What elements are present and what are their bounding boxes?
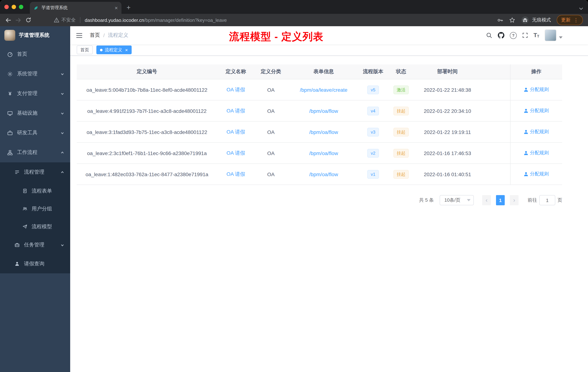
sidebar-item-workflow[interactable]: 工作流程 [0,143,70,162]
sidebar-item-task-mgmt[interactable]: 任务管理 [0,236,70,254]
definition-table: 定义编号 定义名称 定义分类 表单信息 流程版本 状态 部署时间 操作 [77,65,562,185]
sidebar-item-process-mgmt[interactable]: 流程管理 [0,162,70,182]
dashboard-icon [7,52,13,57]
definition-name-link[interactable]: OA 请假 [227,150,245,156]
next-page-button[interactable]: › [510,195,519,205]
sidebar-item-dev-tools[interactable]: 研发工具 [0,123,70,143]
deploy-time: 2022-01-16 17:46:53 [416,142,479,164]
menu-dots-icon[interactable]: ⋮ [573,17,578,22]
tab-search-chevron-icon[interactable] [579,5,583,12]
form-link[interactable]: /bpm/oa/flow [309,171,338,177]
brand-title: 芋道管理系统 [19,32,50,39]
goto-label: 前往 [528,197,537,203]
avatar[interactable] [545,30,556,41]
url-text[interactable]: dashboard.yudao.iocoder.cn/bpm/manager/d… [85,17,227,23]
search-icon[interactable] [486,32,492,38]
assign-rule-link[interactable]: 分配规则 [524,87,549,93]
table-row: oa_leave:4:991f2193-7b7f-11ec-a3c8-acde4… [77,100,562,121]
user-icon [524,151,529,155]
breadcrumb-home[interactable]: 首页 [90,32,100,39]
sidebar: 芋道管理系统 首页 系统管理 ¥ 支付管理 基础设施 [0,26,70,372]
filler-cell [479,79,510,100]
definition-category: OA [254,164,287,185]
form-link[interactable]: /bpm/oa/flow [309,108,338,114]
address-bar[interactable]: 不安全 dashboard.yudao.iocoder.cn/bpm/manag… [54,17,227,23]
page-size-select[interactable]: 10条/页 [440,195,474,205]
password-key-icon[interactable] [497,17,503,23]
help-icon[interactable]: ? [510,32,517,39]
chevron-down-icon [60,72,64,76]
col-definition-id: 定义编号 [77,65,217,79]
prev-page-button[interactable]: ‹ [482,195,491,205]
sidebar-item-leave-query[interactable]: 请假查询 [0,254,70,273]
workflow-icon [7,150,13,155]
fullscreen-icon[interactable] [522,33,528,38]
new-tab-button[interactable]: + [126,4,131,11]
tag-home[interactable]: 首页 [77,45,93,54]
sidebar-item-system[interactable]: 系统管理 [0,64,70,84]
font-size-icon[interactable]: TT [534,33,539,38]
sidebar-item-process-form[interactable]: 流程表单 [0,182,70,200]
definition-category: OA [254,142,287,164]
sidebar-item-home[interactable]: 首页 [0,44,70,64]
tag-process-definition[interactable]: 流程定义 × [96,45,131,54]
caret-down-icon [467,199,471,201]
browser-update-button[interactable]: 更新 ⋮ [557,15,583,25]
definition-name-link[interactable]: OA 请假 [227,171,245,177]
form-link[interactable]: /bpm/oa/leave/create [300,87,347,93]
form-link[interactable]: /bpm/oa/flow [309,150,338,156]
deploy-time: 2022-01-22 19:19:11 [416,121,479,142]
chevron-down-icon [60,111,64,115]
status-badge: 挂起 [393,107,409,115]
security-label: 不安全 [62,17,76,23]
user-icon [524,130,529,134]
page-number-button[interactable]: 1 [496,195,505,205]
tags-view: 首页 流程定义 × [70,44,588,56]
minimize-window-button[interactable] [12,5,16,9]
assign-rule-link[interactable]: 分配规则 [524,108,549,114]
definition-name-link[interactable]: OA 请假 [227,108,245,113]
assign-rule-link[interactable]: 分配规则 [524,171,549,177]
github-icon[interactable] [498,32,504,39]
bookmark-star-icon[interactable] [509,17,515,23]
tag-close-icon[interactable]: × [125,47,128,52]
definition-id: oa_leave:3:1fad3d93-7b75-11ec-a3c8-acde4… [77,121,217,142]
chevron-down-icon [60,131,64,135]
chevron-up-icon [60,151,64,154]
maximize-window-button[interactable] [19,5,23,9]
back-button[interactable] [3,17,13,23]
browser-tab[interactable]: 芋道管理系统 × [30,2,121,14]
tab-title: 芋道管理系统 [42,5,112,11]
definition-name-link[interactable]: OA 请假 [227,87,245,92]
people-icon [22,206,27,211]
assign-rule-link[interactable]: 分配规则 [524,129,549,135]
status-badge: 挂起 [393,149,409,157]
goto-page-input[interactable] [539,195,555,205]
incognito-label: 无痕模式 [532,17,551,23]
col-deploy-time: 部署时间 [416,65,479,79]
sidebar-item-payment[interactable]: ¥ 支付管理 [0,84,70,103]
definition-name-link[interactable]: OA 请假 [227,129,245,134]
brand[interactable]: 芋道管理系统 [0,26,70,44]
favicon-icon [33,5,39,10]
sidebar-toggle-button[interactable] [76,33,83,38]
user-menu[interactable] [545,30,563,41]
filler-cell [479,142,510,164]
tab-close-icon[interactable]: × [115,5,118,11]
gear-icon [7,71,13,77]
assign-rule-link[interactable]: 分配规则 [524,150,549,156]
close-window-button[interactable] [4,5,9,9]
security-indicator[interactable]: 不安全 [54,17,76,23]
definition-category: OA [254,79,287,100]
chevron-up-icon [60,170,64,174]
sidebar-item-infrastructure[interactable]: 基础设施 [0,103,70,123]
divider [80,17,80,23]
sidebar-item-user-group[interactable]: 用户分组 [0,200,70,218]
sidebar-item-process-model[interactable]: 流程模型 [0,218,70,236]
form-link[interactable]: /bpm/oa/flow [309,129,338,135]
forward-button[interactable] [13,17,23,23]
reload-button[interactable] [23,17,33,23]
pagination-total: 共 5 条 [419,197,434,203]
table-header-row: 定义编号 定义名称 定义分类 表单信息 流程版本 状态 部署时间 操作 [77,65,562,79]
user-icon [524,172,529,176]
